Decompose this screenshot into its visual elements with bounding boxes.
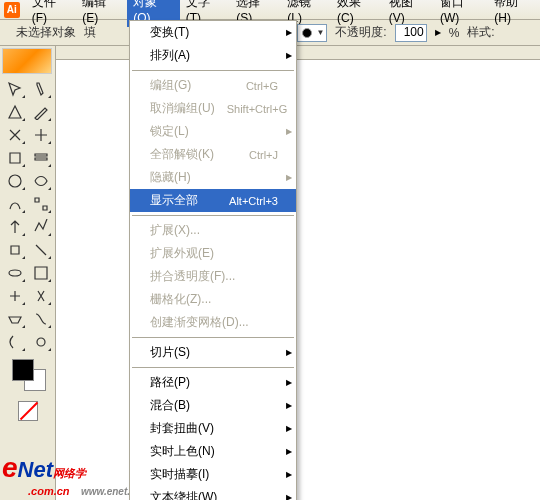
menu-dropdown-item: 栅格化(Z)...: [130, 288, 296, 311]
menu-item-shortcut: Shift+Ctrl+G: [227, 103, 288, 115]
tool-button[interactable]: [2, 216, 27, 238]
menu-item-label: 切片(S): [150, 344, 190, 361]
menu-item-label: 实时上色(N): [150, 443, 215, 460]
menu-item-label: 隐藏(H): [150, 169, 191, 186]
menu-dropdown-item: 拼合透明度(F)...: [130, 265, 296, 288]
menu-dropdown-item[interactable]: 文本绕排(W): [130, 486, 296, 500]
menu-dropdown-item: 扩展外观(E): [130, 242, 296, 265]
tool-button[interactable]: [2, 101, 27, 123]
tool-button[interactable]: [28, 308, 53, 330]
menu-item-label: 显示全部: [150, 192, 198, 209]
color-swatches: [2, 359, 53, 389]
tool-button[interactable]: [28, 78, 53, 100]
menu-separator: [132, 215, 294, 216]
selection-status: 未选择对象: [16, 24, 76, 41]
tool-button[interactable]: [28, 124, 53, 146]
opacity-input[interactable]: 100: [395, 24, 427, 42]
menu-separator: [132, 70, 294, 71]
tool-button[interactable]: [28, 262, 53, 284]
menu-dropdown-item: 隐藏(H): [130, 166, 296, 189]
menu-item-label: 全部解锁(K): [150, 146, 214, 163]
style-label: 样式:: [467, 24, 494, 41]
tool-button[interactable]: [28, 147, 53, 169]
menu-item-label: 拼合透明度(F)...: [150, 268, 235, 285]
menu-item-label: 路径(P): [150, 374, 190, 391]
app-icon: Ai: [4, 2, 20, 18]
menu-item-label: 创建渐变网格(D)...: [150, 314, 249, 331]
menu-item-label: 文本绕排(W): [150, 489, 217, 500]
menu-item-label: 扩展外观(E): [150, 245, 214, 262]
tool-button[interactable]: [2, 78, 27, 100]
tool-button[interactable]: [28, 170, 53, 192]
tool-button[interactable]: [28, 285, 53, 307]
opacity-label: 不透明度:: [335, 24, 386, 41]
menu-dropdown-item: 创建渐变网格(D)...: [130, 311, 296, 334]
menu-item[interactable]: 编辑(E): [76, 0, 127, 27]
menu-item-label: 锁定(L): [150, 123, 189, 140]
menu-item-label: 变换(T): [150, 24, 189, 41]
menu-item-shortcut: Alt+Ctrl+3: [229, 195, 278, 207]
menu-item-label: 排列(A): [150, 47, 190, 64]
menu-dropdown-item[interactable]: 实时描摹(I): [130, 463, 296, 486]
menu-dropdown-item[interactable]: 变换(T): [130, 21, 296, 44]
tool-button[interactable]: [2, 262, 27, 284]
menu-item-label: 编组(G): [150, 77, 191, 94]
menu-item-shortcut: Ctrl+G: [246, 80, 278, 92]
tool-button[interactable]: [2, 331, 27, 353]
object-menu-dropdown: 变换(T)排列(A)编组(G)Ctrl+G取消编组(U)Shift+Ctrl+G…: [129, 20, 297, 500]
tool-button[interactable]: [28, 101, 53, 123]
menu-dropdown-item: 取消编组(U)Shift+Ctrl+G: [130, 97, 296, 120]
tool-button[interactable]: [28, 216, 53, 238]
menubar: Ai 文件(F)编辑(E)对象(O)文字(T)选择(S)滤镜(L)效果(C)视图…: [0, 0, 540, 20]
tool-button[interactable]: [28, 193, 53, 215]
menu-dropdown-item[interactable]: 路径(P): [130, 371, 296, 394]
menu-dropdown-item[interactable]: 显示全部Alt+Ctrl+3: [130, 189, 296, 212]
menu-dropdown-item: 全部解锁(K)Ctrl+J: [130, 143, 296, 166]
menu-separator: [132, 337, 294, 338]
fill-label: 填: [84, 24, 96, 41]
menu-item-label: 取消编组(U): [150, 100, 215, 117]
tool-grid: [2, 78, 53, 353]
foreground-color[interactable]: [12, 359, 34, 381]
tool-button[interactable]: [2, 147, 27, 169]
menu-dropdown-item: 编组(G)Ctrl+G: [130, 74, 296, 97]
tool-button[interactable]: [2, 239, 27, 261]
none-color-icon[interactable]: [18, 401, 38, 421]
menu-dropdown-item[interactable]: 排列(A): [130, 44, 296, 67]
menu-separator: [132, 367, 294, 368]
menu-item-label: 封套扭曲(V): [150, 420, 214, 437]
color-thumbnail: [2, 48, 52, 74]
opacity-arrow-icon[interactable]: ▶: [435, 28, 441, 37]
tool-button[interactable]: [2, 170, 27, 192]
brush-combo[interactable]: [297, 24, 327, 42]
tool-button[interactable]: [2, 308, 27, 330]
menu-item-label: 实时描摹(I): [150, 466, 209, 483]
toolbox: [0, 46, 56, 500]
tool-button[interactable]: [2, 193, 27, 215]
menu-item-label: 混合(B): [150, 397, 190, 414]
menu-item[interactable]: 窗口(W): [434, 0, 488, 27]
menu-item[interactable]: 帮助(H): [488, 0, 540, 27]
menu-item-label: 栅格化(Z)...: [150, 291, 211, 308]
menu-item-label: 扩展(X)...: [150, 222, 200, 239]
tool-button[interactable]: [2, 124, 27, 146]
menu-dropdown-item[interactable]: 实时上色(N): [130, 440, 296, 463]
menu-dropdown-item[interactable]: 切片(S): [130, 341, 296, 364]
tool-button[interactable]: [2, 285, 27, 307]
menu-item[interactable]: 效果(C): [331, 0, 383, 27]
tool-button[interactable]: [28, 239, 53, 261]
brush-swatch-icon: [302, 28, 312, 38]
menu-dropdown-item[interactable]: 混合(B): [130, 394, 296, 417]
menu-item-shortcut: Ctrl+J: [249, 149, 278, 161]
menu-dropdown-item: 扩展(X)...: [130, 219, 296, 242]
menu-dropdown-item: 锁定(L): [130, 120, 296, 143]
menu-item[interactable]: 文件(F): [26, 0, 76, 27]
menu-dropdown-item[interactable]: 封套扭曲(V): [130, 417, 296, 440]
tool-button[interactable]: [28, 331, 53, 353]
opacity-suffix: %: [449, 26, 460, 40]
